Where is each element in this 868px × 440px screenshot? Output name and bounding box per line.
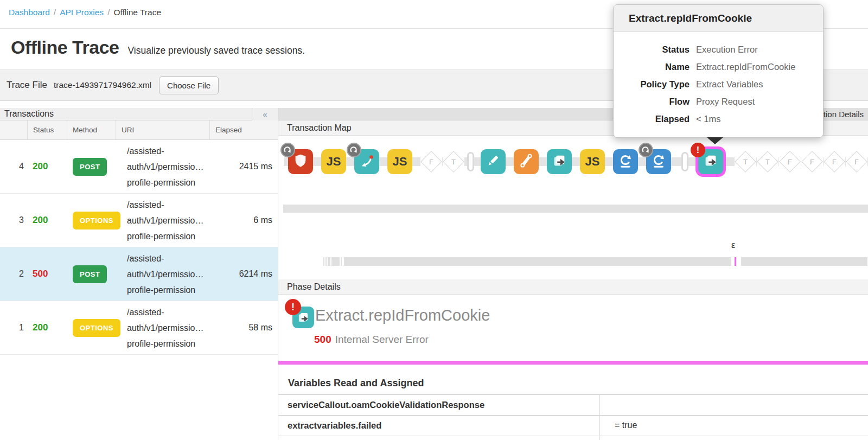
flow-condition-diamond[interactable]: F	[779, 150, 801, 173]
flow-condition-diamond[interactable]: T	[443, 150, 464, 173]
callout-icon	[703, 152, 719, 171]
flow-condition-diamond[interactable]: T	[735, 150, 756, 173]
tooltip-row-value: Extract.repIdFromCookie	[696, 58, 795, 75]
request-uri: /assisted-auth/v1/permissio…profile-perm…	[116, 251, 209, 298]
transaction-number: 3	[0, 215, 27, 225]
transaction-number: 4	[0, 162, 27, 171]
uri-line: profile-permission	[127, 282, 209, 298]
tooltip-title: Extract.repIdFromCookie	[614, 5, 823, 32]
status-code: 200	[27, 161, 67, 172]
breadcrumb: Dashboard/API Proxies/Offline Trace	[9, 8, 161, 17]
trace-file-name: trace-1493971794962.xml	[54, 80, 151, 90]
elapsed-time: 2415 ms	[209, 162, 278, 171]
uri-line: /assisted-	[127, 197, 209, 213]
tooltip-row: FlowProxy Request	[614, 93, 823, 110]
choose-file-button[interactable]: Choose File	[159, 76, 219, 94]
variables-table: serviceCallout.oamCookieValidationRespon…	[278, 394, 868, 440]
tooltip-row-label: Flow	[614, 93, 690, 110]
pencil-icon	[486, 153, 501, 170]
tooltip-row: NameExtract.repIdFromCookie	[614, 58, 823, 75]
transaction-row[interactable]: 4200POST/assisted-auth/v1/permissio…prof…	[0, 140, 278, 194]
phase-policy-name: Extract.repIdFromCookie	[315, 307, 490, 324]
tooltip-arrow-icon	[707, 137, 723, 151]
page-subtitle: Visualize previously saved trace session…	[127, 45, 305, 56]
tooltip-row-value: Execution Error	[696, 41, 758, 58]
route-icon	[359, 152, 375, 171]
transaction-row[interactable]: 2500POST/assisted-auth/v1/permissio…prof…	[0, 247, 278, 301]
status-code: 200	[27, 322, 67, 333]
transaction-row[interactable]: 1200OPTIONS/assisted-auth/v1/permissio…p…	[0, 301, 278, 355]
breadcrumb-item-api-proxies[interactable]: API Proxies	[60, 8, 104, 17]
phase-status-text: Internal Server Error	[335, 334, 429, 345]
page-title: Offline Trace	[11, 37, 119, 58]
flow-condition-diamond[interactable]: F	[824, 150, 845, 173]
diamond-label: F	[788, 158, 792, 166]
transactions-table-body: 4200POST/assisted-auth/v1/permissio…prof…	[0, 140, 278, 355]
timeline-segment	[323, 257, 324, 266]
tooltip-row-value: < 1ms	[696, 110, 720, 127]
policy-node-pencil-icon[interactable]	[481, 149, 506, 174]
transaction-number: 2	[0, 269, 27, 279]
uri-line: profile-permission	[127, 175, 209, 190]
method-badge: OPTIONS	[73, 319, 120, 337]
policy-node-js-icon[interactable]: JS	[387, 149, 412, 174]
uri-line: auth/v1/permissio…	[127, 266, 209, 282]
script-icon	[518, 152, 534, 171]
policy-node-js-icon[interactable]: JS	[580, 149, 605, 174]
timeline-bar-request	[283, 205, 868, 213]
tooltip-row-label: Status	[614, 41, 690, 58]
method-badge: POST	[73, 158, 107, 176]
timeline-segment	[741, 257, 867, 266]
timeline-segment	[326, 257, 327, 266]
flow-separator-pill	[467, 152, 474, 171]
uri-line: /assisted-	[127, 304, 209, 320]
column-header: URI	[116, 120, 209, 139]
uri-line: auth/v1/permissio…	[127, 213, 209, 228]
trace-file-label: Trace File	[7, 80, 47, 91]
flow-condition-diamond[interactable]: F	[801, 150, 823, 173]
variable-value	[599, 395, 868, 415]
uri-line: auth/v1/permissio…	[127, 320, 209, 336]
policy-node-route-icon[interactable]	[354, 149, 379, 174]
transaction-map: JSJSFTJS!TTFFFFF ε	[278, 136, 868, 279]
transaction-row[interactable]: 3200OPTIONS/assisted-auth/v1/permissio…p…	[0, 194, 278, 247]
policy-node-script-icon[interactable]	[514, 149, 539, 174]
phase-status-line: 500Internal Server Error	[314, 334, 429, 346]
policy-node-js-icon[interactable]: JS	[321, 149, 346, 174]
policy-node-shield-icon[interactable]	[288, 149, 313, 174]
status-code: 200	[27, 215, 67, 226]
column-header: Method	[67, 120, 116, 139]
flow-condition-diamond[interactable]: T	[757, 150, 778, 173]
diamond-label: F	[832, 158, 837, 166]
uri-line: auth/v1/permissio…	[127, 159, 209, 175]
flow-condition-diamond[interactable]: F	[846, 150, 867, 173]
error-icon: !	[285, 299, 301, 315]
timeline-segment	[328, 257, 330, 266]
timeline-segment	[344, 257, 731, 266]
transactions-table-header: StatusMethodURIElapsed	[0, 120, 278, 140]
main-split: Transactions « StatusMethodURIElapsed 42…	[0, 108, 868, 440]
tooltip-row: Elapsed< 1ms	[614, 110, 823, 127]
elapsed-time: 58 ms	[209, 323, 278, 333]
transactions-title: Transactions	[0, 109, 252, 119]
js-icon: JS	[585, 155, 600, 169]
collapse-panel-icon[interactable]: «	[252, 108, 278, 120]
breadcrumb-item-dashboard[interactable]: Dashboard	[9, 8, 50, 17]
policy-node-loop-icon[interactable]	[613, 149, 638, 174]
breadcrumb-separator: /	[107, 8, 110, 17]
policy-node-callout-icon[interactable]: !	[698, 149, 723, 174]
request-uri: /assisted-auth/v1/permissio…profile-perm…	[116, 304, 209, 352]
flow-condition-diamond[interactable]: F	[420, 150, 442, 173]
method-cell: POST	[67, 158, 116, 176]
diamond-label: F	[429, 158, 433, 166]
refresh-badge-icon	[280, 143, 295, 157]
tooltip-row-value: Extract Variables	[696, 75, 763, 93]
policy-node-callout-icon[interactable]	[547, 149, 572, 174]
policy-node-loop-icon[interactable]	[646, 149, 671, 174]
tooltip-row-label: Elapsed	[614, 110, 690, 127]
loop-icon	[650, 152, 667, 171]
variable-name: extractvariables.failed	[278, 416, 599, 436]
loop-icon	[617, 152, 634, 171]
tooltip-row: Policy TypeExtract Variables	[614, 75, 823, 93]
phase-details-body: ! Extract.repIdFromCookie 500Internal Se…	[278, 295, 868, 361]
